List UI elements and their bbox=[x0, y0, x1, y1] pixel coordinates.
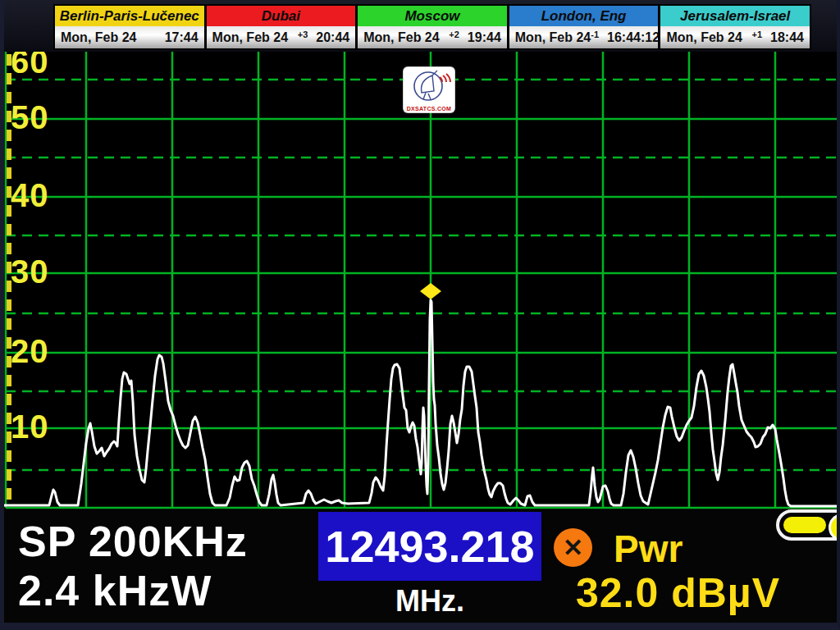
satellite-meter-screen: 605040302010 Berlin-Paris-Lučenec Mon, F… bbox=[0, 0, 840, 630]
city-date: Mon, Feb 24 bbox=[363, 30, 449, 45]
bandwidth-readout: 2.4 kHzW bbox=[18, 568, 212, 614]
city-date: Mon, Feb 24 bbox=[61, 30, 157, 45]
utc-offset: -1 bbox=[591, 30, 599, 39]
city-date: Mon, Feb 24 bbox=[666, 30, 751, 45]
world-clock-bar: Berlin-Paris-Lučenec Mon, Feb 24 17:44 D… bbox=[53, 4, 811, 50]
city-name: Jerusalem-Israel bbox=[660, 6, 810, 26]
spectrum-trace bbox=[0, 300, 840, 506]
y-axis-label: 10 bbox=[11, 409, 49, 445]
toggle-switch[interactable] bbox=[776, 509, 840, 541]
clock-city-jerusalem: Jerusalem-Israel Mon, Feb 24 +1 18:44 bbox=[658, 6, 810, 48]
utc-offset: +1 bbox=[752, 30, 763, 39]
city-time: 19:44 bbox=[468, 30, 501, 45]
clock-city-berlin-paris-lucenec: Berlin-Paris-Lučenec Mon, Feb 24 17:44 bbox=[55, 6, 204, 48]
power-value: 32.0 dBµV bbox=[576, 569, 780, 617]
city-time-row: Mon, Feb 24 17:44 bbox=[55, 26, 204, 48]
city-time-row: Mon, Feb 24 +3 20:44 bbox=[207, 26, 356, 48]
city-time: 20:44 bbox=[316, 30, 349, 45]
y-axis-label: 20 bbox=[11, 333, 49, 369]
clock-city-dubai: Dubai Mon, Feb 24 +3 20:44 bbox=[204, 6, 356, 48]
close-icon[interactable]: ✕ bbox=[554, 528, 592, 567]
readout-panel: SP 200KHz 2.4 kHzW 12493.218 MHz. ✕ Pwr … bbox=[0, 509, 840, 630]
city-time: 17:44 bbox=[165, 30, 199, 45]
city-name: Dubai bbox=[207, 6, 356, 26]
city-time-row: Mon, Feb 24 +1 18:44 bbox=[660, 26, 810, 48]
dxsatcs-logo: DXSATCS.COM bbox=[404, 67, 454, 112]
peak-marker-diamond[interactable] bbox=[420, 283, 441, 299]
y-axis-label: 50 bbox=[11, 99, 49, 135]
y-axis-label: 30 bbox=[11, 253, 49, 290]
city-time-row: Mon, Feb 24 -1 16:44:12 bbox=[509, 26, 659, 48]
city-name: London, Eng bbox=[509, 6, 659, 26]
city-time: 18:44 bbox=[770, 30, 804, 45]
power-label: Pwr bbox=[614, 527, 682, 571]
utc-offset: +3 bbox=[298, 30, 308, 39]
clock-city-moscow: Moscow Mon, Feb 24 +2 19:44 bbox=[355, 6, 507, 48]
satellite-dish-icon bbox=[404, 67, 454, 105]
city-time-row: Mon, Feb 24 +2 19:44 bbox=[358, 26, 507, 48]
utc-offset: +2 bbox=[449, 30, 459, 39]
logo-text: DXSATCS.COM bbox=[404, 106, 454, 112]
toggle-track bbox=[783, 517, 826, 533]
frequency-unit-label: MHz. bbox=[318, 584, 541, 619]
city-date: Mon, Feb 24 bbox=[212, 30, 298, 45]
city-date: Mon, Feb 24 bbox=[515, 30, 591, 45]
toggle-knob[interactable] bbox=[829, 514, 840, 541]
city-name: Moscow bbox=[358, 6, 507, 26]
span-readout: SP 200KHz bbox=[18, 518, 248, 564]
clock-city-london: London, Eng Mon, Feb 24 -1 16:44:12 bbox=[507, 6, 659, 48]
city-name: Berlin-Paris-Lučenec bbox=[55, 6, 204, 26]
city-time: 16:44:12 bbox=[607, 30, 660, 45]
y-axis-label: 40 bbox=[11, 177, 49, 213]
frequency-display[interactable]: 12493.218 bbox=[318, 512, 541, 581]
world-clock-strip: Berlin-Paris-Lučenec Mon, Feb 24 17:44 D… bbox=[0, 0, 840, 52]
